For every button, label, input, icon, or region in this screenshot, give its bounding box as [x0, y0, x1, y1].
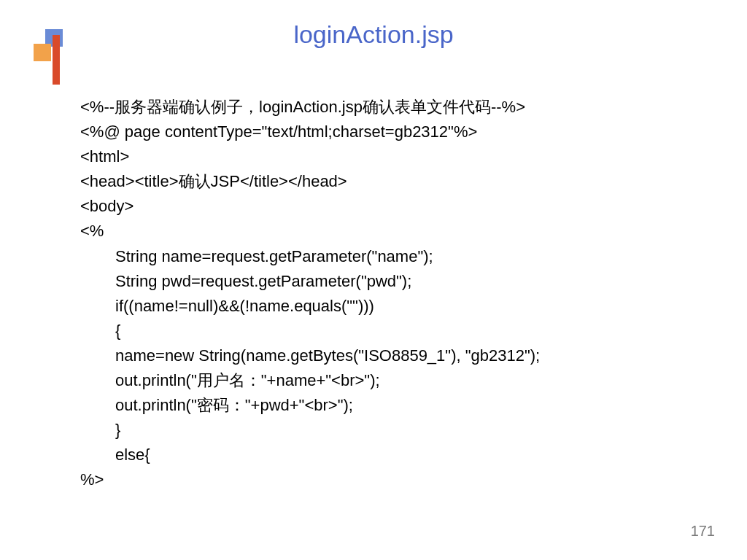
code-line: <html> — [80, 144, 678, 169]
slide-title: loginAction.jsp — [0, 20, 747, 49]
code-block: <%--服务器端确认例子，loginAction.jsp确认表单文件代码--%>… — [80, 95, 678, 493]
code-line: <% — [80, 219, 678, 244]
code-line: if((name!=null)&&(!name.equals(""))) — [80, 294, 678, 319]
code-line: %> — [80, 467, 678, 492]
code-line: <%@ page contentType="text/html;charset=… — [80, 120, 678, 144]
code-line: String name=request.getParameter("name")… — [80, 244, 678, 269]
page-number: 171 — [691, 523, 715, 540]
code-line: { — [80, 319, 678, 343]
code-line: <head><title>确认JSP</title></head> — [80, 169, 678, 194]
code-line: String pwd=request.getParameter("pwd"); — [80, 269, 678, 294]
slide: loginAction.jsp <%--服务器端确认例子，loginAction… — [0, 0, 747, 560]
code-line: } — [80, 418, 678, 443]
code-line: else{ — [80, 443, 678, 467]
code-line: <%--服务器端确认例子，loginAction.jsp确认表单文件代码--%> — [80, 95, 678, 120]
code-line: out.println("用户名："+name+"<br>"); — [80, 368, 678, 393]
code-line: <body> — [80, 194, 678, 219]
code-line: name=new String(name.getBytes("ISO8859_1… — [80, 343, 678, 368]
code-line: out.println("密码："+pwd+"<br>"); — [80, 393, 678, 418]
